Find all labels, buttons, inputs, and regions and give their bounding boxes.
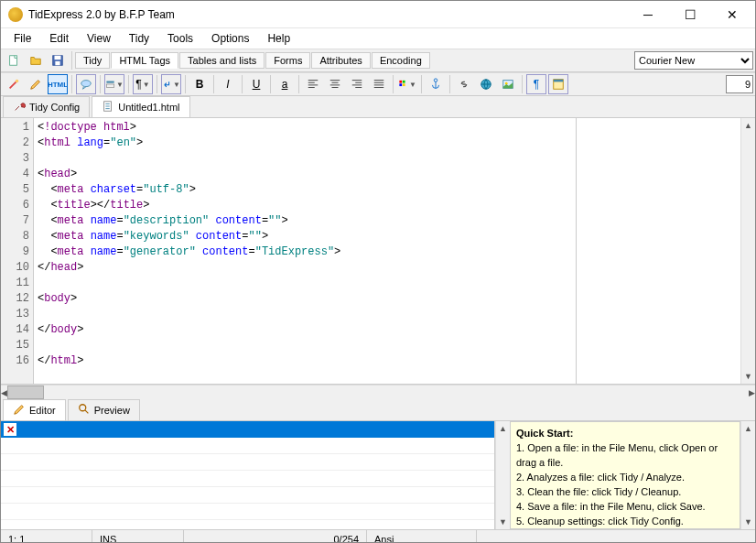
window-button[interactable] [548, 74, 568, 94]
tab-html-tags[interactable]: HTML Tags [111, 52, 178, 69]
align-center-button[interactable] [325, 74, 345, 94]
menu-help[interactable]: Help [258, 30, 299, 47]
toolbar-row-1: Tidy HTML Tags Tables and lists Forms At… [1, 49, 755, 72]
file-tab-tidy-config[interactable]: Tidy Config [3, 96, 90, 117]
quickstart-scrollbar[interactable]: ▲▼ [740, 421, 755, 529]
code-editor[interactable]: <!doctype html><html lang="en"> <head> <… [34, 118, 576, 384]
edit-button[interactable] [26, 74, 46, 94]
menu-view[interactable]: View [78, 30, 120, 47]
align-justify-button[interactable] [369, 74, 389, 94]
status-insert-mode: INS [92, 530, 184, 543]
messages-list[interactable] [1, 438, 494, 529]
quickstart-panel: Quick Start: 1. Open a file: in the File… [510, 421, 740, 529]
new-file-button[interactable] [4, 50, 24, 71]
save-file-button[interactable] [48, 50, 68, 71]
messages-panel: ✕ [1, 421, 495, 529]
tab-attributes[interactable]: Attributes [311, 52, 370, 69]
pencil-icon [13, 403, 26, 418]
bottom-panels: ✕ ▲▼ Quick Start: 1. Open a file: in the… [1, 421, 755, 529]
html-button[interactable]: HTML [48, 74, 68, 94]
menu-tools[interactable]: Tools [158, 30, 202, 47]
svg-rect-10 [399, 83, 402, 86]
messages-panel-header: ✕ [1, 421, 494, 438]
status-encoding: Ansi [367, 530, 477, 543]
svg-rect-9 [403, 81, 405, 83]
maximize-button[interactable]: ☐ [669, 2, 711, 27]
menu-edit[interactable]: Edit [40, 30, 78, 47]
svg-point-5 [81, 81, 92, 87]
font-select[interactable]: Courier New [634, 51, 753, 70]
magnifier-icon [78, 403, 91, 418]
view-tab-label: Editor [29, 405, 56, 416]
pilcrow-button[interactable]: ¶ [526, 74, 546, 94]
toolbar-row-2: HTML ▼ ¶▼ ▼ B I U a ▼ ¶ [1, 72, 755, 96]
quickstart-title: Quick Start: [516, 428, 573, 439]
color-picker-button[interactable]: ▼ [397, 74, 417, 94]
scroll-up-icon[interactable]: ▲ [741, 118, 755, 133]
scroll-right-icon[interactable]: ▶ [749, 386, 755, 400]
comment-button[interactable] [76, 74, 96, 94]
svg-rect-3 [55, 61, 59, 65]
tab-encoding[interactable]: Encoding [372, 52, 430, 69]
quickstart-item: 2. Analyzes a file: click Tidy / Analyze… [516, 470, 734, 484]
image-button[interactable] [498, 74, 518, 94]
strike-button[interactable]: a [275, 74, 295, 94]
view-tab-editor[interactable]: Editor [3, 399, 66, 420]
svg-rect-6 [106, 81, 113, 83]
layout-button[interactable]: ▼ [104, 74, 124, 94]
menu-tidy[interactable]: Tidy [120, 30, 158, 47]
wand-button[interactable] [4, 74, 24, 94]
scroll-left-icon[interactable]: ◀ [1, 386, 7, 400]
quickstart-item: 5. Cleanup settings: click Tidy Config. [516, 514, 734, 528]
svg-rect-0 [10, 56, 17, 66]
anchor-button[interactable] [426, 74, 446, 94]
svg-rect-17 [554, 80, 564, 82]
italic-button[interactable]: I [218, 74, 238, 94]
quickstart-item: 1. Open a file: in the File Menu, click … [516, 440, 734, 470]
status-empty [477, 530, 755, 543]
document-icon [102, 100, 114, 114]
underline-button[interactable]: U [246, 74, 266, 94]
svg-point-4 [16, 80, 19, 83]
break-button[interactable]: ▼ [161, 74, 181, 94]
quickstart-item: 3. Clean the file: click Tidy / Cleanup. [516, 484, 734, 499]
scroll-thumb[interactable] [7, 386, 44, 399]
app-icon [8, 7, 23, 22]
tab-forms[interactable]: Forms [265, 52, 310, 69]
menu-file[interactable]: File [5, 30, 40, 47]
scroll-down-icon[interactable]: ▼ [741, 369, 755, 384]
file-tabs: Tidy Config Untitled1.html [1, 96, 755, 118]
editor-area: 12345678910111213141516 <!doctype html><… [1, 118, 755, 385]
view-tab-preview[interactable]: Preview [68, 399, 140, 420]
horizontal-scrollbar[interactable]: ◀ ▶ [1, 385, 755, 399]
messages-scrollbar[interactable]: ▲▼ [495, 421, 510, 529]
align-right-button[interactable] [347, 74, 367, 94]
line-gutter: 12345678910111213141516 [1, 118, 34, 384]
status-position: 1: 1 [1, 530, 92, 543]
bold-button[interactable]: B [189, 74, 210, 94]
close-button[interactable]: ✕ [711, 2, 753, 27]
close-panel-button[interactable]: ✕ [4, 423, 16, 436]
align-left-button[interactable] [303, 74, 323, 94]
paragraph-button[interactable]: ¶▼ [133, 74, 153, 94]
file-tab-untitled[interactable]: Untitled1.html [92, 96, 189, 117]
wrench-icon [13, 100, 26, 114]
globe-button[interactable] [476, 74, 496, 94]
open-file-button[interactable] [26, 50, 46, 71]
view-tabs: Editor Preview [1, 399, 755, 421]
svg-rect-7 [106, 84, 113, 87]
editor-side-pane [576, 118, 740, 384]
tab-tidy[interactable]: Tidy [75, 52, 110, 69]
file-tab-label: Untitled1.html [118, 102, 179, 113]
vertical-scrollbar[interactable]: ▲ ▼ [740, 118, 755, 384]
menubar: File Edit View Tidy Tools Options Help [1, 28, 755, 49]
statusbar: 1: 1 INS 0/254 Ansi [1, 529, 755, 543]
font-size-input[interactable] [726, 75, 753, 93]
svg-rect-11 [403, 83, 405, 86]
link-button[interactable] [454, 74, 474, 94]
svg-rect-8 [399, 81, 402, 83]
minimize-button[interactable]: ─ [627, 2, 669, 27]
menu-options[interactable]: Options [202, 30, 258, 47]
file-tab-label: Tidy Config [29, 102, 80, 113]
tab-tables-lists[interactable]: Tables and lists [179, 52, 265, 69]
